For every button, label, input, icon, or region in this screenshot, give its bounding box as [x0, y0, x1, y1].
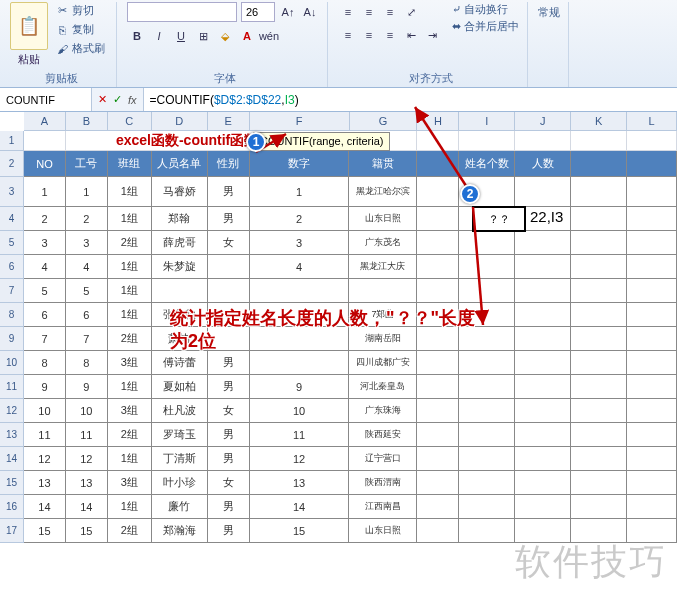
copy-button[interactable]: ⎘复制: [52, 21, 108, 38]
cell[interactable]: [515, 375, 571, 399]
cell[interactable]: [571, 279, 627, 303]
cell[interactable]: 2组: [108, 327, 152, 351]
cell[interactable]: 12: [66, 447, 108, 471]
cell[interactable]: [459, 519, 515, 543]
cell[interactable]: 3组: [108, 471, 152, 495]
cell[interactable]: [571, 255, 627, 279]
font-family-select[interactable]: [127, 2, 237, 22]
cell[interactable]: [515, 303, 571, 327]
cell[interactable]: [627, 177, 677, 207]
cell[interactable]: 广东茂名: [349, 231, 417, 255]
accept-formula-icon[interactable]: ✓: [113, 93, 122, 106]
cell[interactable]: 13: [24, 471, 66, 495]
cell[interactable]: 丁清斯: [152, 447, 208, 471]
cell[interactable]: 1组: [108, 375, 152, 399]
increase-font-icon[interactable]: A↑: [279, 3, 297, 21]
cell[interactable]: [417, 303, 459, 327]
cell[interactable]: 15: [24, 519, 66, 543]
cell[interactable]: 1组: [108, 207, 152, 231]
cell[interactable]: 男: [208, 423, 250, 447]
bold-button[interactable]: B: [127, 26, 147, 46]
cell[interactable]: [250, 279, 350, 303]
cell[interactable]: [515, 399, 571, 423]
decrease-indent-icon[interactable]: ⇤: [401, 25, 421, 45]
cell[interactable]: [571, 471, 627, 495]
cell[interactable]: 15: [250, 519, 350, 543]
cell[interactable]: 11: [24, 423, 66, 447]
cell[interactable]: 15: [66, 519, 108, 543]
cell[interactable]: 2: [66, 207, 108, 231]
cell[interactable]: [152, 279, 208, 303]
row-header[interactable]: 1: [0, 131, 24, 151]
row-header[interactable]: 8: [0, 303, 24, 327]
cell[interactable]: 5: [66, 279, 108, 303]
col-header-E[interactable]: E: [208, 112, 250, 130]
cell[interactable]: 女: [208, 471, 250, 495]
row-header[interactable]: 5: [0, 231, 24, 255]
cell[interactable]: NO: [24, 151, 66, 177]
cell[interactable]: 3组: [108, 399, 152, 423]
cell[interactable]: [571, 177, 627, 207]
font-size-select[interactable]: 26: [241, 2, 275, 22]
row-header[interactable]: 2: [0, 151, 24, 177]
cell[interactable]: 12: [250, 447, 350, 471]
cell[interactable]: 1组: [108, 177, 152, 207]
col-header-L[interactable]: L: [627, 112, 677, 130]
align-bottom-icon[interactable]: ≡: [380, 2, 400, 22]
cell[interactable]: 10: [250, 399, 350, 423]
cell[interactable]: [571, 351, 627, 375]
cell[interactable]: [208, 327, 250, 351]
cell[interactable]: 14: [250, 495, 350, 519]
cell[interactable]: [417, 423, 459, 447]
cell[interactable]: [627, 375, 677, 399]
cell[interactable]: 1组: [108, 279, 152, 303]
cell[interactable]: [571, 303, 627, 327]
cell[interactable]: 4: [24, 255, 66, 279]
cell[interactable]: [627, 423, 677, 447]
cell[interactable]: [627, 231, 677, 255]
cell[interactable]: [250, 327, 350, 351]
increase-indent-icon[interactable]: ⇥: [422, 25, 442, 45]
cell[interactable]: [24, 131, 66, 151]
cell[interactable]: [459, 375, 515, 399]
cell[interactable]: 10: [66, 399, 108, 423]
cell[interactable]: [515, 351, 571, 375]
cell[interactable]: [459, 495, 515, 519]
cell[interactable]: [571, 399, 627, 423]
cell[interactable]: 14: [24, 495, 66, 519]
col-header-J[interactable]: J: [515, 112, 571, 130]
cell[interactable]: 山东日照: [349, 519, 417, 543]
cell[interactable]: [571, 447, 627, 471]
cell[interactable]: 叶小珍: [152, 471, 208, 495]
cell[interactable]: 11: [250, 423, 350, 447]
cell[interactable]: 马睿娇: [152, 177, 208, 207]
pinyin-button[interactable]: wén: [259, 26, 279, 46]
row-header[interactable]: 14: [0, 447, 24, 471]
cell[interactable]: 男: [208, 207, 250, 231]
cell[interactable]: 男: [208, 519, 250, 543]
align-right-icon[interactable]: ≡: [380, 25, 400, 45]
cell[interactable]: 女: [208, 231, 250, 255]
cell[interactable]: [515, 177, 571, 207]
cell[interactable]: 13: [250, 471, 350, 495]
cell[interactable]: [627, 279, 677, 303]
cell[interactable]: 山东日照: [349, 207, 417, 231]
align-center-icon[interactable]: ≡: [359, 25, 379, 45]
cell[interactable]: 黑龙江大庆: [349, 255, 417, 279]
cell[interactable]: [515, 495, 571, 519]
col-header-K[interactable]: K: [571, 112, 627, 130]
cell[interactable]: 1组: [108, 495, 152, 519]
cell[interactable]: 7: [66, 327, 108, 351]
cell[interactable]: [250, 303, 350, 327]
cell[interactable]: 夏如柏: [152, 375, 208, 399]
cell[interactable]: 朱梦旋: [152, 255, 208, 279]
cell[interactable]: [627, 207, 677, 231]
cell[interactable]: 4: [66, 255, 108, 279]
fx-icon[interactable]: fx: [128, 94, 137, 106]
border-button[interactable]: ⊞: [193, 26, 213, 46]
cell[interactable]: [627, 303, 677, 327]
cell[interactable]: 3: [250, 231, 350, 255]
cell[interactable]: [417, 279, 459, 303]
grid[interactable]: 1excel函数-countif函数用法2NO工号班组人员名单性别数字籍贯姓名个…: [0, 131, 677, 543]
row-header[interactable]: 4: [0, 207, 24, 231]
